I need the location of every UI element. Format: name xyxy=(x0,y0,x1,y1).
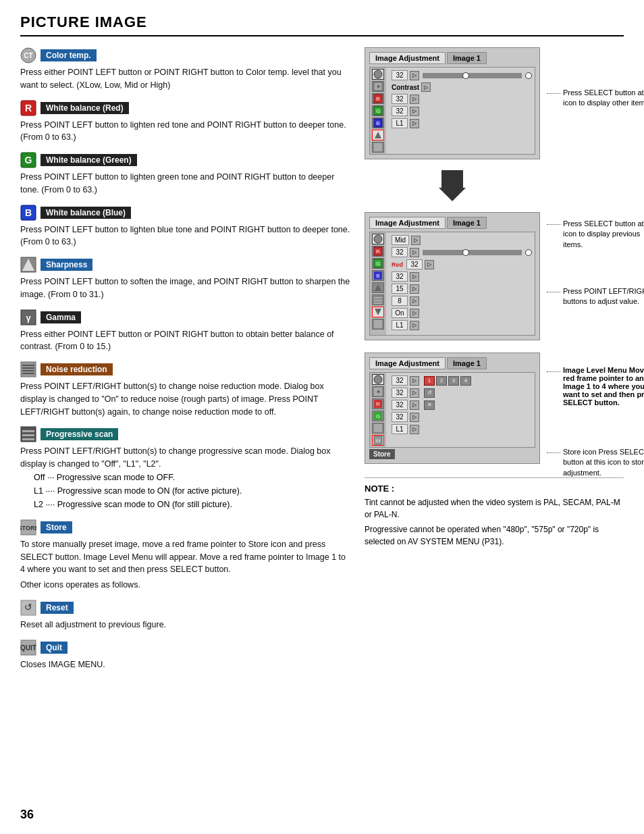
image-level-icons: 1 2 3 4 xyxy=(424,376,471,386)
s3-arrow-l1[interactable]: ▷ xyxy=(410,425,419,434)
tab-image-adjustment-1[interactable]: Image Adjustment xyxy=(369,52,446,64)
s2-icon-3: G xyxy=(372,258,384,269)
arrow-on[interactable]: ▷ xyxy=(410,309,419,318)
page-number: 36 xyxy=(20,808,34,822)
svg-rect-18 xyxy=(22,430,34,432)
arrow-l1-2[interactable]: ▷ xyxy=(410,321,419,330)
arrow-head xyxy=(439,188,466,201)
wb-blue-label: White balance (Blue) xyxy=(41,207,131,219)
quit-label: Quit xyxy=(41,642,68,654)
s3-val-32-4: 32 xyxy=(392,412,408,422)
level-icon-2[interactable]: 2 xyxy=(436,376,447,386)
arrow-down-container xyxy=(365,170,540,201)
section-wb-red-header: R White balance (Red) xyxy=(20,100,351,116)
svg-text:B: B xyxy=(376,273,379,279)
arrow-contrast[interactable]: ▷ xyxy=(421,82,431,92)
screenshot-2-main: Mid ▷ 32 ▷ xyxy=(389,232,535,335)
s2-icon-select[interactable] xyxy=(372,307,384,317)
arrow-r32[interactable]: ▷ xyxy=(410,248,419,257)
arrow-right-1[interactable]: ▷ xyxy=(410,71,419,80)
svg-rect-14 xyxy=(22,367,34,369)
s3-arrow-3[interactable]: ▷ xyxy=(410,400,419,410)
screenshot-2-content: R G B xyxy=(369,232,535,336)
value-red32: 32 xyxy=(406,259,423,269)
svg-rect-48 xyxy=(374,303,382,304)
svg-text:G: G xyxy=(376,413,380,419)
arrow-right-l1[interactable]: ▷ xyxy=(410,119,419,128)
tab-image-adjustment-3[interactable]: Image Adjustment xyxy=(369,357,446,369)
svg-point-27 xyxy=(374,70,382,78)
s3-arrow-2[interactable]: ▷ xyxy=(410,388,419,398)
arrow-b32[interactable]: ▷ xyxy=(410,272,419,282)
arrow-mid[interactable]: ▷ xyxy=(411,236,421,245)
value-8: 8 xyxy=(392,296,408,306)
s3-icon-3: R xyxy=(372,398,384,409)
wb-blue-icon: B xyxy=(20,205,36,221)
s3-icon-store[interactable]: ST xyxy=(372,435,384,446)
svg-rect-47 xyxy=(374,300,382,301)
noise-icon xyxy=(20,361,36,377)
wb-blue-text: Press POINT LEFT button to lighten blue … xyxy=(20,224,351,249)
arrow-right-3[interactable]: ▷ xyxy=(410,107,419,116)
section-gamma: γ Gamma Press either POINT LEFT button o… xyxy=(20,309,351,354)
section-progressive-header: Progressive scan xyxy=(20,426,351,442)
s2-icon-4: B xyxy=(372,270,384,281)
wb-red-label: White balance (Red) xyxy=(41,102,129,114)
progressive-sublist: Off ··· Progressive scan mode to OFF. L1… xyxy=(34,471,351,511)
screenshot-3-content: ☀ R G ST xyxy=(369,372,535,448)
tab-image-adjustment-2[interactable]: Image Adjustment xyxy=(369,217,446,229)
sidebar-icon-select-1[interactable] xyxy=(372,130,384,140)
tab-image-1-3[interactable]: Image 1 xyxy=(447,357,487,369)
noise-label: Noise reduction xyxy=(41,363,113,375)
section-store-header: STORE Store xyxy=(20,519,351,536)
s3-icon-4: G xyxy=(372,411,384,421)
s3-arrow-4[interactable]: ▷ xyxy=(410,413,419,422)
note-title: NOTE : xyxy=(365,484,624,494)
ui-row-8: 8 ▷ xyxy=(392,296,532,306)
svg-text:R: R xyxy=(25,103,32,113)
screenshot-1-content: ☀ R G B xyxy=(369,67,535,155)
s3-row-l1: L1 ▷ xyxy=(392,424,532,434)
content-layout: CT Color temp. Press either POINT LEFT b… xyxy=(20,47,624,679)
arrow-15[interactable]: ▷ xyxy=(410,284,419,294)
section-reset: ↺ Reset Reset all adjustment to previous… xyxy=(20,600,351,631)
tab-image-1-1[interactable]: Image 1 xyxy=(447,52,487,64)
image-level-menu-title: Image Level Menu Move a red frame pointe… xyxy=(563,366,644,407)
section-noise-header: Noise reduction xyxy=(20,361,351,377)
tab-image-1-2[interactable]: Image 1 xyxy=(447,217,487,229)
wb-red-text: Press POINT LEFT button to lighten red t… xyxy=(20,119,351,145)
callout-3a-content: Image Level Menu Move a red frame pointe… xyxy=(547,366,644,408)
page-header: PICTURE IMAGE xyxy=(20,14,624,36)
s3-val-l1: L1 xyxy=(392,424,408,434)
sidebar-icon-3: R xyxy=(372,93,384,104)
value-b32: 32 xyxy=(392,271,408,282)
wb-green-text: Press POINT LEFT button to lighten green… xyxy=(20,171,351,197)
level-icon-1[interactable]: 1 xyxy=(424,376,435,386)
level-icon-4[interactable]: 4 xyxy=(460,376,471,386)
arrow-right-2[interactable]: ▷ xyxy=(410,95,419,104)
progressive-l1: L1 ···· Progressive scan mode to ON (for… xyxy=(34,484,351,498)
section-wb-green: G White balance (Green) Press POINT LEFT… xyxy=(20,152,351,197)
svg-text:QUIT: QUIT xyxy=(20,644,36,652)
svg-text:R: R xyxy=(376,249,380,255)
reset-text: Reset all adjustment to previous figure. xyxy=(20,619,351,631)
section-quit-header: QUIT Quit xyxy=(20,640,351,656)
screenshot-1-tabs: Image Adjustment Image 1 xyxy=(369,52,535,64)
s2-icon-6 xyxy=(372,294,384,305)
store-bar: Store xyxy=(369,449,535,459)
arrow-8[interactable]: ▷ xyxy=(410,296,419,306)
s3-level-r: ↺ xyxy=(424,388,435,398)
section-store: STORE Store To store manually preset ima… xyxy=(20,519,351,592)
value-32-2: 32 xyxy=(392,94,408,104)
arrow-red32[interactable]: ▷ xyxy=(425,260,434,269)
s2-icon-5 xyxy=(372,282,384,293)
level-icon-3[interactable]: 3 xyxy=(448,376,459,386)
s3-icon-1 xyxy=(372,374,384,385)
store-icon-callout: Store icon Press SELECT button at this i… xyxy=(563,447,644,478)
svg-marker-45 xyxy=(375,284,381,291)
s3-arrow-1[interactable]: ▷ xyxy=(410,376,419,386)
svg-rect-13 xyxy=(22,365,34,366)
noise-text: Press POINT LEFT/RIGHT button(s) to chan… xyxy=(20,380,351,418)
ui-row-l1-2: L1 ▷ xyxy=(392,320,532,330)
sharpness-label: Sharpness xyxy=(41,259,92,271)
